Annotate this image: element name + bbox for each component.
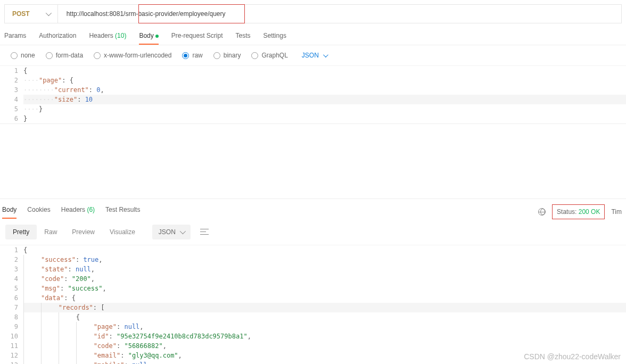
response-tab-test-results[interactable]: Test Results xyxy=(105,205,140,219)
body-type-form-data[interactable]: form-data xyxy=(46,52,83,59)
request-body-editor[interactable]: 123456 {····"page": {········"current": … xyxy=(0,66,626,124)
response-header: BodyCookiesHeaders (6)Test Results Statu… xyxy=(0,198,626,219)
response-tab-body[interactable]: Body xyxy=(2,205,17,219)
body-type-x-www-form-urlencoded[interactable]: x-www-form-urlencoded xyxy=(94,52,171,59)
radio-icon xyxy=(94,52,101,59)
tab-params[interactable]: Params xyxy=(4,31,26,45)
body-type-GraphQL[interactable]: GraphQL xyxy=(251,52,287,59)
view-mode-raw[interactable]: Raw xyxy=(37,225,64,239)
response-tab-headers[interactable]: Headers (6) xyxy=(61,205,95,219)
tab-settings[interactable]: Settings xyxy=(263,31,286,45)
view-mode-preview[interactable]: Preview xyxy=(64,225,102,239)
http-method-select[interactable]: POST xyxy=(5,5,58,23)
tab-headers[interactable]: Headers (10) xyxy=(89,31,126,45)
view-mode-pretty[interactable]: Pretty xyxy=(5,225,37,239)
http-method-label: POST xyxy=(12,10,30,18)
tab-authorization[interactable]: Authorization xyxy=(39,31,76,45)
chevron-down-icon xyxy=(323,52,328,57)
tab-pre-request-script[interactable]: Pre-request Script xyxy=(171,31,223,45)
body-type-raw[interactable]: raw xyxy=(182,52,202,59)
request-url-bar: POST xyxy=(4,4,622,23)
tab-body[interactable]: Body xyxy=(139,31,158,45)
response-view-modes: PrettyRawPreviewVisualizeJSON xyxy=(0,219,626,245)
radio-icon xyxy=(46,52,53,59)
response-format-select[interactable]: JSON xyxy=(152,225,191,239)
tab-tests[interactable]: Tests xyxy=(236,31,251,45)
radio-icon xyxy=(11,52,18,59)
time-label: Tim xyxy=(611,208,622,216)
globe-icon[interactable] xyxy=(538,208,546,216)
response-tab-cookies[interactable]: Cookies xyxy=(27,205,50,219)
body-type-binary[interactable]: binary xyxy=(213,52,241,59)
url-input[interactable] xyxy=(58,5,621,23)
view-mode-visualize[interactable]: Visualize xyxy=(102,225,143,239)
chevron-down-icon xyxy=(180,228,186,234)
chevron-down-icon xyxy=(45,10,51,16)
radio-icon xyxy=(213,52,220,59)
wrap-lines-icon[interactable] xyxy=(200,229,209,235)
body-type-none[interactable]: none xyxy=(11,52,35,59)
radio-icon xyxy=(251,52,258,59)
status-indicator: Status: 200 OK xyxy=(552,204,605,219)
status-value: 200 OK xyxy=(579,208,600,216)
body-type-row: noneform-datax-www-form-urlencodedrawbin… xyxy=(0,45,626,66)
status-label: Status: xyxy=(557,208,576,216)
response-body-viewer[interactable]: 1234567891011121314 { "success": true, "… xyxy=(0,245,626,364)
body-format-select[interactable]: JSON xyxy=(302,52,327,59)
request-tabs: ParamsAuthorizationHeaders (10)BodyPre-r… xyxy=(0,23,626,45)
radio-icon xyxy=(182,52,189,59)
